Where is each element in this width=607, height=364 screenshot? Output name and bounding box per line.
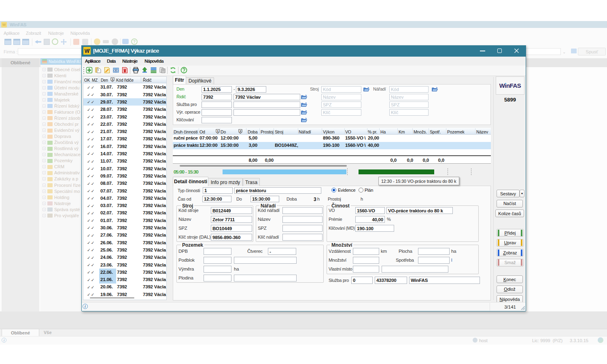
svg-text:1: 1: [112, 78, 113, 81]
svg-text:2: 2: [240, 129, 241, 133]
svg-text:1: 1: [217, 129, 219, 133]
